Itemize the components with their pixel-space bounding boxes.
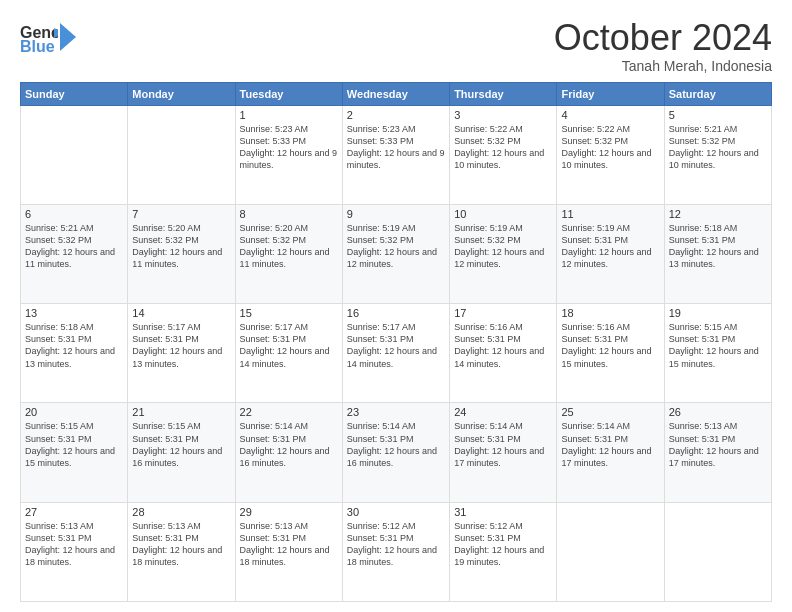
calendar-cell: 21Sunrise: 5:15 AM Sunset: 5:31 PM Dayli… — [128, 403, 235, 502]
calendar-cell: 7Sunrise: 5:20 AM Sunset: 5:32 PM Daylig… — [128, 204, 235, 303]
day-header-wednesday: Wednesday — [342, 82, 449, 105]
day-info: Sunrise: 5:19 AM Sunset: 5:32 PM Dayligh… — [454, 222, 552, 271]
day-number: 24 — [454, 406, 552, 418]
day-info: Sunrise: 5:20 AM Sunset: 5:32 PM Dayligh… — [240, 222, 338, 271]
day-number: 12 — [669, 208, 767, 220]
calendar-cell: 8Sunrise: 5:20 AM Sunset: 5:32 PM Daylig… — [235, 204, 342, 303]
day-header-thursday: Thursday — [450, 82, 557, 105]
day-info: Sunrise: 5:16 AM Sunset: 5:31 PM Dayligh… — [454, 321, 552, 370]
day-info: Sunrise: 5:13 AM Sunset: 5:31 PM Dayligh… — [25, 520, 123, 569]
day-info: Sunrise: 5:17 AM Sunset: 5:31 PM Dayligh… — [132, 321, 230, 370]
page: General Blue October 2024 Tanah Merah, I… — [0, 0, 792, 612]
day-number: 9 — [347, 208, 445, 220]
day-number: 22 — [240, 406, 338, 418]
calendar-cell: 26Sunrise: 5:13 AM Sunset: 5:31 PM Dayli… — [664, 403, 771, 502]
day-number: 2 — [347, 109, 445, 121]
calendar-cell: 12Sunrise: 5:18 AM Sunset: 5:31 PM Dayli… — [664, 204, 771, 303]
svg-marker-3 — [60, 23, 76, 51]
logo-arrow-icon — [60, 23, 76, 51]
day-header-friday: Friday — [557, 82, 664, 105]
day-info: Sunrise: 5:12 AM Sunset: 5:31 PM Dayligh… — [347, 520, 445, 569]
calendar-cell: 1Sunrise: 5:23 AM Sunset: 5:33 PM Daylig… — [235, 105, 342, 204]
day-info: Sunrise: 5:13 AM Sunset: 5:31 PM Dayligh… — [669, 420, 767, 469]
day-info: Sunrise: 5:23 AM Sunset: 5:33 PM Dayligh… — [240, 123, 338, 172]
day-number: 14 — [132, 307, 230, 319]
calendar-week-row: 13Sunrise: 5:18 AM Sunset: 5:31 PM Dayli… — [21, 304, 772, 403]
day-number: 11 — [561, 208, 659, 220]
day-header-monday: Monday — [128, 82, 235, 105]
day-info: Sunrise: 5:18 AM Sunset: 5:31 PM Dayligh… — [25, 321, 123, 370]
day-number: 8 — [240, 208, 338, 220]
calendar-cell — [128, 105, 235, 204]
calendar-cell: 13Sunrise: 5:18 AM Sunset: 5:31 PM Dayli… — [21, 304, 128, 403]
calendar-week-row: 20Sunrise: 5:15 AM Sunset: 5:31 PM Dayli… — [21, 403, 772, 502]
svg-text:Blue: Blue — [20, 38, 55, 55]
day-number: 17 — [454, 307, 552, 319]
day-number: 29 — [240, 506, 338, 518]
day-number: 7 — [132, 208, 230, 220]
day-info: Sunrise: 5:17 AM Sunset: 5:31 PM Dayligh… — [347, 321, 445, 370]
month-title: October 2024 — [554, 18, 772, 58]
calendar-week-row: 1Sunrise: 5:23 AM Sunset: 5:33 PM Daylig… — [21, 105, 772, 204]
calendar-cell: 2Sunrise: 5:23 AM Sunset: 5:33 PM Daylig… — [342, 105, 449, 204]
day-info: Sunrise: 5:13 AM Sunset: 5:31 PM Dayligh… — [132, 520, 230, 569]
calendar-cell: 9Sunrise: 5:19 AM Sunset: 5:32 PM Daylig… — [342, 204, 449, 303]
logo: General Blue — [20, 18, 76, 56]
day-info: Sunrise: 5:22 AM Sunset: 5:32 PM Dayligh… — [454, 123, 552, 172]
day-number: 16 — [347, 307, 445, 319]
calendar-cell: 25Sunrise: 5:14 AM Sunset: 5:31 PM Dayli… — [557, 403, 664, 502]
calendar-cell: 20Sunrise: 5:15 AM Sunset: 5:31 PM Dayli… — [21, 403, 128, 502]
day-info: Sunrise: 5:19 AM Sunset: 5:32 PM Dayligh… — [347, 222, 445, 271]
day-info: Sunrise: 5:19 AM Sunset: 5:31 PM Dayligh… — [561, 222, 659, 271]
day-header-sunday: Sunday — [21, 82, 128, 105]
day-info: Sunrise: 5:15 AM Sunset: 5:31 PM Dayligh… — [132, 420, 230, 469]
day-info: Sunrise: 5:15 AM Sunset: 5:31 PM Dayligh… — [669, 321, 767, 370]
day-info: Sunrise: 5:14 AM Sunset: 5:31 PM Dayligh… — [347, 420, 445, 469]
day-info: Sunrise: 5:20 AM Sunset: 5:32 PM Dayligh… — [132, 222, 230, 271]
calendar-cell: 6Sunrise: 5:21 AM Sunset: 5:32 PM Daylig… — [21, 204, 128, 303]
calendar-cell: 17Sunrise: 5:16 AM Sunset: 5:31 PM Dayli… — [450, 304, 557, 403]
day-info: Sunrise: 5:12 AM Sunset: 5:31 PM Dayligh… — [454, 520, 552, 569]
header: General Blue October 2024 Tanah Merah, I… — [20, 18, 772, 74]
calendar-cell: 23Sunrise: 5:14 AM Sunset: 5:31 PM Dayli… — [342, 403, 449, 502]
day-number: 4 — [561, 109, 659, 121]
calendar-cell: 30Sunrise: 5:12 AM Sunset: 5:31 PM Dayli… — [342, 502, 449, 601]
calendar-cell: 5Sunrise: 5:21 AM Sunset: 5:32 PM Daylig… — [664, 105, 771, 204]
day-number: 26 — [669, 406, 767, 418]
day-number: 10 — [454, 208, 552, 220]
day-info: Sunrise: 5:14 AM Sunset: 5:31 PM Dayligh… — [454, 420, 552, 469]
day-info: Sunrise: 5:21 AM Sunset: 5:32 PM Dayligh… — [25, 222, 123, 271]
day-info: Sunrise: 5:14 AM Sunset: 5:31 PM Dayligh… — [240, 420, 338, 469]
day-number: 19 — [669, 307, 767, 319]
day-number: 27 — [25, 506, 123, 518]
day-number: 21 — [132, 406, 230, 418]
day-number: 6 — [25, 208, 123, 220]
day-info: Sunrise: 5:22 AM Sunset: 5:32 PM Dayligh… — [561, 123, 659, 172]
calendar-week-row: 27Sunrise: 5:13 AM Sunset: 5:31 PM Dayli… — [21, 502, 772, 601]
calendar-cell: 28Sunrise: 5:13 AM Sunset: 5:31 PM Dayli… — [128, 502, 235, 601]
day-number: 31 — [454, 506, 552, 518]
title-block: October 2024 Tanah Merah, Indonesia — [554, 18, 772, 74]
calendar-cell: 4Sunrise: 5:22 AM Sunset: 5:32 PM Daylig… — [557, 105, 664, 204]
calendar-cell: 31Sunrise: 5:12 AM Sunset: 5:31 PM Dayli… — [450, 502, 557, 601]
calendar-cell: 11Sunrise: 5:19 AM Sunset: 5:31 PM Dayli… — [557, 204, 664, 303]
day-info: Sunrise: 5:18 AM Sunset: 5:31 PM Dayligh… — [669, 222, 767, 271]
day-number: 1 — [240, 109, 338, 121]
day-info: Sunrise: 5:23 AM Sunset: 5:33 PM Dayligh… — [347, 123, 445, 172]
calendar-cell: 24Sunrise: 5:14 AM Sunset: 5:31 PM Dayli… — [450, 403, 557, 502]
calendar-cell — [21, 105, 128, 204]
day-number: 13 — [25, 307, 123, 319]
day-info: Sunrise: 5:16 AM Sunset: 5:31 PM Dayligh… — [561, 321, 659, 370]
logo-icon: General Blue — [20, 18, 58, 56]
day-number: 28 — [132, 506, 230, 518]
day-number: 18 — [561, 307, 659, 319]
day-number: 3 — [454, 109, 552, 121]
day-info: Sunrise: 5:17 AM Sunset: 5:31 PM Dayligh… — [240, 321, 338, 370]
day-number: 15 — [240, 307, 338, 319]
calendar-cell: 15Sunrise: 5:17 AM Sunset: 5:31 PM Dayli… — [235, 304, 342, 403]
day-header-tuesday: Tuesday — [235, 82, 342, 105]
day-info: Sunrise: 5:15 AM Sunset: 5:31 PM Dayligh… — [25, 420, 123, 469]
calendar-cell: 16Sunrise: 5:17 AM Sunset: 5:31 PM Dayli… — [342, 304, 449, 403]
subtitle: Tanah Merah, Indonesia — [554, 58, 772, 74]
day-number: 5 — [669, 109, 767, 121]
